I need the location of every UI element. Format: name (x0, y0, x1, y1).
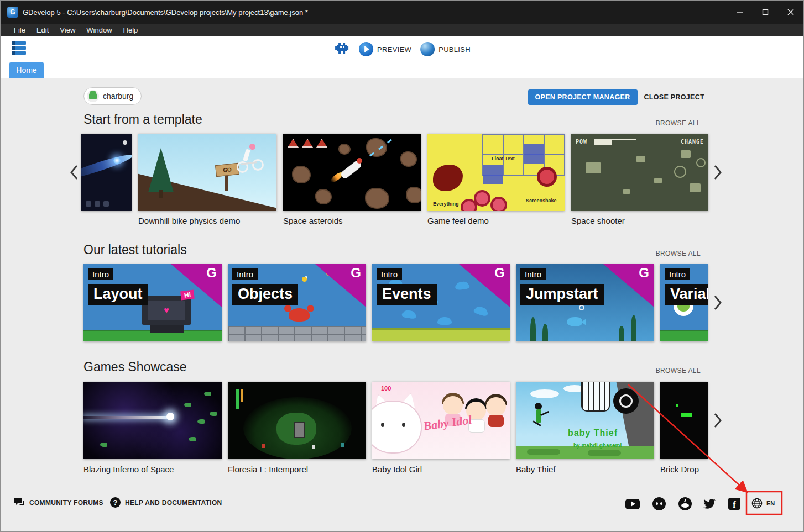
tutorial-card-jumpstart[interactable]: G Intro Jumpstart (516, 264, 654, 341)
menu-bar: File Edit View Window Help (1, 24, 803, 36)
laser-art (387, 139, 392, 144)
title-bar: G GDevelop 5 - C:\Users\charburg\Documen… (1, 1, 803, 24)
menu-help[interactable]: Help (123, 26, 138, 34)
forum-icon (14, 498, 25, 508)
baby-idol-overlay-text: Baby Idol (422, 413, 473, 434)
templates-browse-all[interactable]: BROWSE ALL (656, 119, 701, 127)
user-chip[interactable]: charburg (83, 87, 142, 105)
crab-art (438, 317, 451, 325)
templates-prev-chevron-icon[interactable] (69, 164, 80, 181)
maximize-icon[interactable] (753, 1, 778, 24)
templates-section-title: Start from a template (83, 112, 202, 127)
facebook-icon[interactable]: f (727, 497, 742, 511)
showcase-caption: Baby Thief (516, 465, 555, 474)
enemy-art (204, 392, 211, 396)
close-project-button[interactable]: CLOSE PROJECT (644, 93, 704, 101)
energy-bar-art (241, 389, 243, 402)
help-documentation-link[interactable]: ? HELP AND DOCUMENTATION (110, 497, 222, 508)
publish-button[interactable]: PUBLISH (420, 42, 471, 56)
tutorial-card-events[interactable]: G Intro Events (372, 264, 510, 341)
showcase-card-blazing-inferno[interactable] (83, 382, 222, 459)
template-caption: Game feel demo (427, 216, 489, 225)
tutorial-title: Objects (232, 284, 298, 305)
biker-art (237, 143, 263, 173)
debugger-icon[interactable] (333, 40, 350, 58)
crab-art (289, 308, 310, 322)
templates-next-chevron-icon[interactable] (712, 164, 723, 181)
ship-art (636, 156, 645, 162)
gdevelop-logo-icon: G (639, 265, 649, 281)
ship-art (586, 162, 601, 173)
cloud-art (530, 389, 559, 398)
asteroid-art (338, 144, 351, 155)
badge-label: 100 (381, 385, 391, 392)
community-forums-link[interactable]: COMMUNITY FORUMS (14, 498, 103, 508)
template-caption: Downhill bike physics demo (138, 216, 240, 225)
gdevelop-app-icon: G (7, 7, 18, 18)
globe-icon (751, 498, 763, 509)
tutorial-card-layout[interactable]: ♥ Hi G Intro Layout (83, 264, 222, 341)
menu-window[interactable]: Window (86, 26, 112, 34)
crab-art (456, 281, 468, 290)
menu-edit[interactable]: Edit (36, 26, 49, 34)
menu-view[interactable]: View (60, 26, 75, 34)
template-card-spaceshooter[interactable]: POW CHANGE (571, 134, 708, 211)
ring-art (674, 166, 686, 178)
tutorial-card-objects[interactable]: G Intro Objects (228, 264, 366, 341)
byline-overlay: by mahdi ghasemi (573, 443, 622, 449)
seaweed-art (542, 324, 548, 341)
discord-icon[interactable] (652, 497, 666, 511)
tutorials-next-chevron-icon[interactable] (712, 294, 723, 312)
template-caption: Space shooter (571, 216, 625, 225)
ring-art (490, 197, 507, 211)
username: charburg (103, 92, 133, 101)
tutorial-card-variables[interactable]: +1 Intro Variab (660, 264, 708, 341)
showcase-card-floresia[interactable] (228, 382, 366, 459)
tutorial-title: Variab (665, 284, 708, 305)
door-art (294, 422, 305, 438)
template-caption: Space asteroids (283, 216, 343, 225)
template-card-comet[interactable] (81, 134, 132, 211)
asteroid-art (400, 151, 417, 167)
twitter-icon[interactable] (702, 497, 717, 511)
home-page: charburg OPEN PROJECT MANAGER CLOSE PROJ… (1, 78, 803, 531)
minimize-icon[interactable] (727, 1, 753, 24)
reddit-icon[interactable] (678, 497, 692, 511)
enemy-ship-art (288, 139, 299, 148)
intro-tag: Intro (520, 268, 546, 280)
hi-label: Hi (180, 290, 195, 301)
youtube-icon[interactable] (625, 497, 640, 511)
gdevelop-logo-icon: G (494, 265, 505, 281)
facebook-letter: f (733, 500, 735, 510)
tutorials-browse-all[interactable]: BROWSE ALL (656, 250, 701, 257)
ship-art (623, 189, 630, 194)
crab-art (403, 310, 416, 319)
enemy-art (184, 403, 191, 407)
asteroid-art (292, 166, 311, 183)
everything-label: Everything (433, 201, 459, 207)
language-button[interactable]: EN (751, 498, 775, 509)
showcase-next-chevron-icon[interactable] (712, 412, 723, 429)
rocket-art (357, 158, 362, 164)
showcase-browse-all[interactable]: BROWSE ALL (656, 367, 701, 375)
template-card-gamefeel[interactable]: Float Text Everything Screenshake (427, 134, 565, 211)
close-icon[interactable] (778, 1, 803, 24)
template-card-bike[interactable]: GO (138, 134, 276, 211)
template-card-asteroids[interactable] (283, 134, 421, 211)
window-title: GDevelop 5 - C:\Users\charburg\Documents… (23, 8, 308, 17)
tab-home[interactable]: Home (9, 62, 44, 78)
project-manager-icon[interactable] (11, 40, 29, 58)
question-mark: ? (113, 498, 118, 507)
publish-globe-icon (420, 42, 435, 56)
showcase-card-baby-idol[interactable]: 100 Baby Idol (372, 382, 510, 459)
open-project-manager-button[interactable]: OPEN PROJECT MANAGER (528, 89, 638, 105)
menu-file[interactable]: File (14, 26, 25, 34)
showcase-card-brick-drop[interactable] (660, 382, 708, 459)
showcase-caption: Baby Idol Girl (372, 465, 422, 474)
preview-button[interactable]: PREVIEW (359, 42, 411, 56)
showcase-card-baby-thief[interactable]: baby Thief by mahdi ghasemi (516, 382, 654, 459)
character-art (262, 444, 265, 448)
ship-art (681, 150, 691, 158)
enemy-ship-art (302, 139, 313, 148)
help-documentation-label: HELP AND DOCUMENTATION (125, 499, 222, 507)
